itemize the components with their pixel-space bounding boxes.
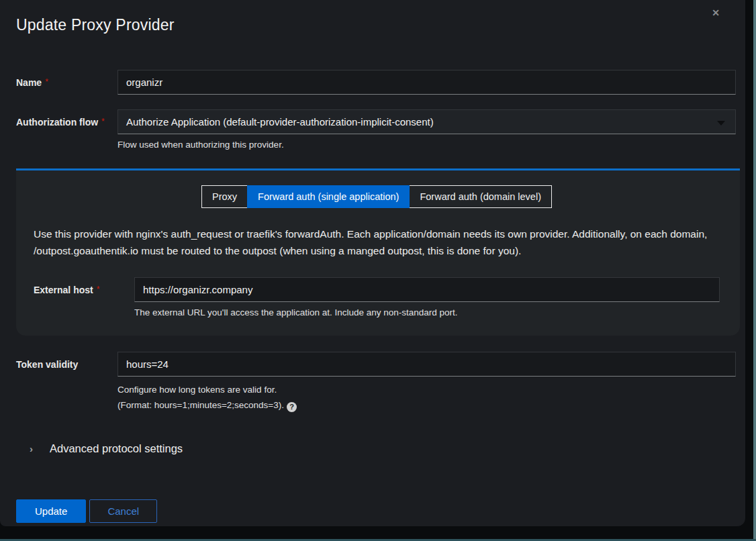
authorization-flow-row: Authorization flow* Authorize Applicatio… [16,109,736,151]
authorization-flow-required-marker: * [101,117,105,126]
external-host-help: The external URL you'll access the appli… [134,306,720,319]
name-field-row: Name* [16,70,736,95]
tab-proxy[interactable]: Proxy [201,185,248,208]
external-host-row: External host* The external URL you'll a… [34,277,720,319]
tab-forward-auth-domain-level[interactable]: Forward auth (domain level) [409,185,552,208]
token-validity-help-line2: (Format: hours=1;minutes=2;seconds=3).? [117,397,736,413]
modal-title: Update Proxy Provider [16,16,736,34]
update-proxy-provider-modal: Update Proxy Provider ✕ Name* Authorizat… [0,0,745,526]
token-validity-label-wrap: Token validity [16,358,117,371]
window-frame-accent-right [753,0,756,541]
token-validity-input[interactable] [117,352,736,377]
token-validity-label: Token validity [16,359,78,370]
cancel-button[interactable]: Cancel [89,499,157,523]
name-required-marker: * [45,77,48,87]
external-host-label-wrap: External host* [34,284,134,296]
authorization-flow-label: Authorization flow [16,117,98,128]
tab-forward-auth-single-application[interactable]: Forward auth (single application) [247,185,410,208]
update-button[interactable]: Update [16,499,86,523]
authorization-flow-help: Flow used when authorizing this provider… [117,138,736,151]
token-validity-help-line1: Configure how long tokens are valid for. [117,382,736,397]
caret-down-icon [717,121,725,126]
token-validity-help: Configure how long tokens are valid for.… [117,382,736,413]
modal-header: Update Proxy Provider ✕ [16,0,736,36]
advanced-protocol-settings-toggle[interactable]: › Advanced protocol settings [16,442,736,455]
modal-footer: Update Cancel [16,499,736,523]
question-circle-icon[interactable]: ? [287,402,297,412]
external-host-required-marker: * [97,285,100,294]
chevron-right-icon: › [30,443,50,454]
external-host-label: External host [34,285,93,295]
token-validity-row: Token validity Configure how long tokens… [16,352,736,413]
name-input[interactable] [117,70,736,95]
name-label-wrap: Name* [16,77,117,89]
mode-description: Use this provider with nginx's auth_requ… [34,226,713,259]
proxy-mode-toggle-group: Proxy Forward auth (single application) … [34,185,720,208]
token-validity-help-format: (Format: hours=1;minutes=2;seconds=3). [117,400,284,410]
authorization-flow-label-wrap: Authorization flow* [16,116,117,128]
proxy-mode-card: Proxy Forward auth (single application) … [16,168,740,336]
name-label: Name [16,77,42,88]
window-frame: Update Proxy Provider ✕ Name* Authorizat… [0,0,756,541]
external-host-input[interactable] [134,277,720,302]
authorization-flow-selected-value: Authorize Application (default-provider-… [126,116,434,128]
authorization-flow-select[interactable]: Authorize Application (default-provider-… [117,109,736,134]
close-icon[interactable]: ✕ [709,5,722,20]
advanced-protocol-settings-label: Advanced protocol settings [50,442,183,455]
